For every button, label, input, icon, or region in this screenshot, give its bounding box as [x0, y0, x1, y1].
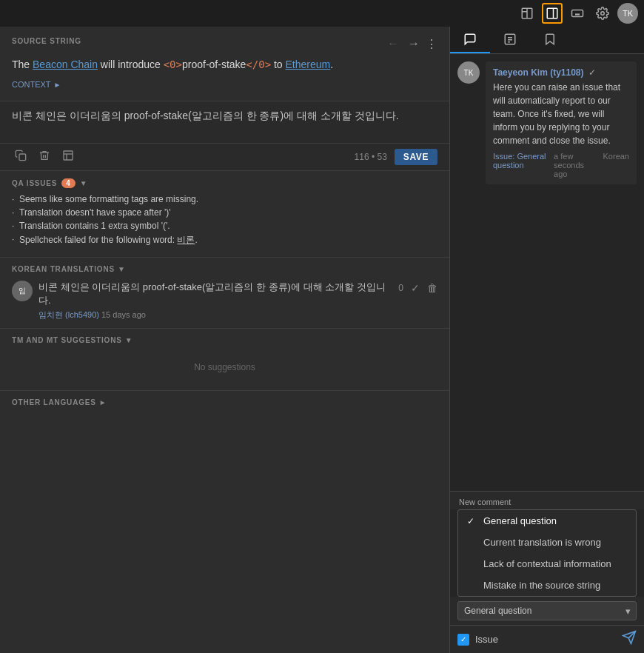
dropdown-item-label: General question	[483, 515, 557, 526]
tm-header[interactable]: TM AND MT SUGGESTIONS ▼	[12, 336, 437, 344]
svg-rect-13	[64, 151, 73, 160]
top-bar: TK	[0, 0, 644, 27]
save-button[interactable]: SAVE	[395, 149, 437, 165]
qa-chevron-icon: ▼	[80, 179, 88, 187]
qa-issues-label: QA ISSUES	[12, 179, 57, 187]
source-beacon-chain: Beacon Chain	[33, 58, 98, 70]
translation-content: 비콘 체인은 이더리움의 proof-of-stake(알고리즘의 한 종류)에…	[38, 281, 392, 321]
next-string-button[interactable]: →	[405, 36, 423, 52]
comment-language: Korean	[603, 152, 629, 178]
dropdown-item-general[interactable]: ✓ General question	[458, 510, 636, 532]
dropdown-item-label: Lack of contextual information	[483, 558, 611, 569]
source-text-period: .	[330, 58, 333, 70]
no-suggestions: No suggestions	[12, 352, 437, 383]
qa-issue-item: Translation doesn't have space after ')'	[12, 207, 437, 218]
comment-text: Here you can raise an issue that will au…	[493, 81, 629, 147]
comment-time: a few seconds ago	[554, 152, 597, 178]
prev-string-button[interactable]: ←	[384, 36, 402, 52]
delete-translation-button[interactable]: 🗑	[427, 282, 437, 294]
source-text: The Beacon Chain will introduce <0>proof…	[12, 56, 437, 73]
check-icon: ✓	[467, 516, 477, 526]
bookmark-tab[interactable]	[530, 27, 570, 53]
right-tabs	[450, 27, 644, 54]
main-content: SOURCE STRING ← → ⋮ The Beacon Chain wil…	[0, 27, 644, 653]
more-options-button[interactable]: ⋮	[426, 37, 437, 51]
translation-item: 임 비콘 체인은 이더리움의 proof-of-stake(알고리즘의 한 종류…	[12, 281, 437, 321]
other-languages-label: OTHER LANGUAGES	[12, 398, 96, 406]
dropdown-item-lack-context[interactable]: Lack of contextual information	[458, 553, 636, 575]
comment-type-select[interactable]: General question Current translation is …	[457, 601, 637, 620]
translation-text[interactable]: 비콘 체인은 이더리움의 proof-of-stake(알고리즘의 한 종류)에…	[12, 107, 437, 137]
comment-header: Taeyeon Kim (ty1108) ✓	[493, 67, 629, 78]
svg-rect-3	[547, 8, 557, 19]
comment-avatar: TK	[457, 61, 480, 84]
source-tag-open: <0>	[164, 58, 182, 70]
delete-button[interactable]	[36, 148, 53, 166]
issue-label: Issue	[475, 634, 616, 645]
dropdown-item-wrong-translation[interactable]: Current translation is wrong	[458, 532, 636, 553]
send-comment-button[interactable]	[622, 630, 637, 649]
translation-toolbar: 116 • 53 SAVE	[0, 143, 449, 170]
source-string-section: SOURCE STRING ← → ⋮ The Beacon Chain wil…	[0, 27, 449, 101]
dropdown-item-mistake-source[interactable]: Mistake in the source string	[458, 575, 636, 596]
info-tab[interactable]	[490, 27, 530, 53]
comments-area: TK Taeyeon Kim (ty1108) ✓ Here you can r…	[450, 54, 644, 491]
tm-label: TM AND MT SUGGESTIONS	[12, 336, 122, 344]
approve-translation-button[interactable]: ✓	[411, 282, 420, 294]
context-chevron-icon: ►	[54, 81, 61, 89]
svg-rect-12	[19, 154, 26, 161]
other-languages-header[interactable]: OTHER LANGUAGES ►	[12, 398, 437, 406]
qa-issues-section: QA ISSUES 4 ▼ Seems like some formatting…	[0, 170, 449, 257]
toolbar-right: 116 • 53 SAVE	[355, 149, 437, 165]
korean-translations-section: KOREAN TRANSLATIONS ▼ 임 비콘 체인은 이더리움의 pro…	[0, 257, 449, 328]
comment-issue-type: Issue: General question	[493, 152, 548, 178]
comments-tab[interactable]	[450, 27, 490, 53]
svg-point-11	[601, 12, 605, 16]
translation-area: 비콘 체인은 이더리움의 proof-of-stake(알고리즘의 한 종류)에…	[0, 101, 449, 143]
source-string-header: SOURCE STRING ← → ⋮	[12, 36, 437, 52]
spellcheck-word: 비론	[177, 235, 195, 245]
translation-item-text: 비콘 체인은 이더리움의 proof-of-stake(알고리즘의 한 종류)에…	[38, 281, 392, 307]
tm-section: TM AND MT SUGGESTIONS ▼ No suggestions	[0, 328, 449, 390]
svg-rect-5	[572, 10, 583, 17]
source-nav: ← → ⋮	[384, 36, 437, 52]
right-panel: TK Taeyeon Kim (ty1108) ✓ Here you can r…	[450, 27, 644, 653]
toolbar-left	[12, 148, 77, 166]
korean-translations-header[interactable]: KOREAN TRANSLATIONS ▼	[12, 265, 437, 273]
comment-input-area: New comment ✓ General question Current t…	[450, 491, 644, 653]
layout-split-icon[interactable]	[517, 3, 537, 24]
tm-chevron-icon: ▼	[125, 336, 133, 344]
vote-count: 0	[398, 283, 403, 293]
korean-chevron-icon: ▼	[118, 265, 126, 273]
verified-icon: ✓	[588, 67, 596, 78]
keyboard-icon[interactable]	[567, 3, 588, 24]
history-button[interactable]	[59, 148, 77, 166]
comment-username: Taeyeon Kim (ty1108)	[493, 67, 584, 78]
source-text-will: will introduce	[98, 58, 164, 70]
translator-avatar: 임	[12, 281, 33, 301]
dropdown-item-label: Current translation is wrong	[483, 537, 601, 548]
left-panel: SOURCE STRING ← → ⋮ The Beacon Chain wil…	[0, 27, 450, 653]
translation-item-meta: 임치현 (lch5490) 15 days ago	[38, 309, 392, 321]
dropdown-item-label: Mistake in the source string	[483, 580, 600, 591]
context-label: CONTEXT	[12, 80, 51, 89]
layout-side-icon[interactable]	[542, 3, 563, 24]
other-languages-section: OTHER LANGUAGES ►	[0, 390, 449, 421]
translation-time-value: 15 days ago	[101, 310, 146, 319]
copy-button[interactable]	[12, 148, 30, 166]
issue-checkbox[interactable]: ✓	[457, 634, 469, 646]
qa-issue-item: Seems like some formatting tags are miss…	[12, 194, 437, 204]
korean-translations-label: KOREAN TRANSLATIONS	[12, 265, 115, 273]
context-row[interactable]: CONTEXT ►	[12, 80, 437, 89]
char-count: 116 • 53	[355, 152, 387, 162]
user-avatar[interactable]: TK	[617, 3, 638, 24]
qa-issue-item: Spellcheck failed for the following word…	[12, 234, 437, 247]
source-text-pos: proof-of-stake	[182, 58, 246, 70]
qa-issues-header[interactable]: QA ISSUES 4 ▼	[12, 178, 437, 188]
comment-body: Taeyeon Kim (ty1108) ✓ Here you can rais…	[486, 61, 637, 184]
translator-name[interactable]: 임치현 (lch5490)	[38, 310, 99, 319]
new-comment-label: New comment	[450, 492, 644, 509]
settings-icon[interactable]	[592, 3, 613, 24]
select-row: General question Current translation is …	[450, 597, 644, 625]
qa-issue-item: Translation contains 1 extra symbol '('.	[12, 221, 437, 231]
